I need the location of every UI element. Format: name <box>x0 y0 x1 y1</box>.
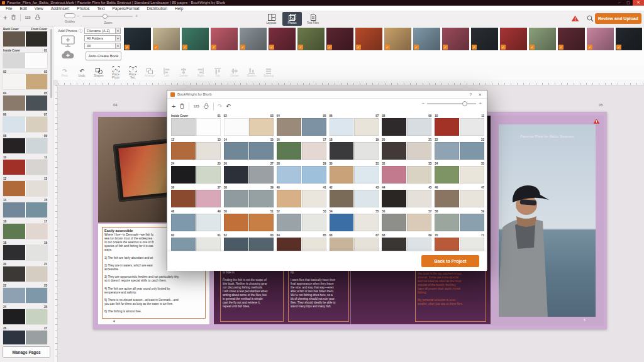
overview-spread[interactable]: 3839 <box>224 185 274 207</box>
page-thumbnail[interactable] <box>460 214 484 231</box>
overview-spread-thumbnail[interactable] <box>435 238 484 251</box>
page-thumbnail[interactable] <box>302 214 326 231</box>
overview-spread[interactable]: 2829 <box>277 162 326 184</box>
overview-spread-thumbnail[interactable] <box>435 118 484 136</box>
menu-add-insert[interactable]: Add/Insert <box>47 6 74 11</box>
sidebar-scrollbar[interactable] <box>50 29 52 98</box>
photo-thumbnail[interactable]: ✓ <box>442 28 469 50</box>
overview-spread-thumbnail[interactable] <box>435 190 484 207</box>
page-thumbnail[interactable] <box>196 166 221 184</box>
photo-thumbnail[interactable]: ✓ <box>124 28 151 50</box>
dialog-titlebar[interactable]: BookWright by Blurb ? ✕ <box>167 90 487 99</box>
overview-spread-thumbnail[interactable] <box>382 190 431 207</box>
spacing-button[interactable]: Spacing <box>262 67 275 77</box>
overview-spread-thumbnail[interactable] <box>171 166 221 184</box>
page-thumbnail[interactable] <box>171 214 196 231</box>
page-thumbnail[interactable] <box>26 224 48 239</box>
overview-spread[interactable]: 2021 <box>382 138 431 160</box>
spread-thumbnail[interactable] <box>3 117 47 132</box>
overview-spread[interactable]: 0809 <box>382 114 431 136</box>
arrange-button[interactable]: Arrange <box>143 67 156 77</box>
page-thumbnail[interactable] <box>3 288 25 303</box>
info-icon[interactable]: ⓘ <box>79 29 82 33</box>
page-thumbnail[interactable] <box>382 142 406 160</box>
menu-edit[interactable]: Edit <box>16 6 30 11</box>
overview-spread[interactable]: 4445 <box>382 185 431 207</box>
overview-spread-thumbnail[interactable] <box>224 142 274 160</box>
sidebar-spread[interactable]: 1617 <box>3 220 47 239</box>
overview-spread[interactable]: 4647 <box>435 185 484 207</box>
page-thumbnail[interactable] <box>171 166 196 184</box>
sidebar-spread[interactable]: 0405 <box>3 92 47 111</box>
overview-spread-thumbnail[interactable] <box>277 214 326 231</box>
sidebar-spread[interactable]: 2425 <box>3 305 47 324</box>
photo-thumbnail[interactable]: ✓ <box>558 28 585 50</box>
photo-thumbnail[interactable]: ✓ <box>616 28 642 50</box>
page-thumbnail[interactable] <box>302 190 326 207</box>
page-thumbnail[interactable] <box>26 53 48 68</box>
page-thumbnail[interactable] <box>277 238 301 251</box>
overview-spread[interactable]: 1213 <box>171 138 221 160</box>
overview-spread[interactable]: 6263 <box>224 233 274 251</box>
overview-spread[interactable]: 3031 <box>330 162 379 184</box>
overview-spread[interactable]: 1617 <box>277 138 326 160</box>
page-thumbnail[interactable] <box>407 214 431 231</box>
page-thumbnail[interactable] <box>302 166 326 184</box>
page-thumbnail[interactable] <box>196 190 221 207</box>
fisherman-photo[interactable]: Favorite Flies for Baltic Seatrout <box>499 124 596 317</box>
page-thumbnail[interactable] <box>3 266 25 282</box>
menu-distribution[interactable]: Distribution <box>143 6 171 11</box>
tab-photos[interactable]: Photos <box>282 12 302 26</box>
page-thumbnail[interactable] <box>224 166 248 184</box>
overview-spread-thumbnail[interactable] <box>171 142 221 160</box>
spread-thumbnail[interactable] <box>3 245 47 260</box>
sidebar-spread[interactable]: 2223 <box>3 284 47 303</box>
spellcheck-duck-icon[interactable] <box>35 14 41 21</box>
page5-warning-icon[interactable] <box>593 118 600 124</box>
spread-thumbnail[interactable] <box>3 331 47 344</box>
page-thumbnail[interactable] <box>3 160 25 175</box>
spread-thumbnail[interactable] <box>3 288 47 303</box>
overview-spread[interactable]: Inside Cover01 <box>171 114 221 136</box>
sidebar-spread[interactable]: 1819 <box>3 241 47 260</box>
photo-thumbnail[interactable]: ✓ <box>384 28 411 50</box>
dialog-zoom-knob[interactable] <box>462 101 467 106</box>
overview-spread[interactable]: 6667 <box>330 233 379 251</box>
overview-spread[interactable]: 5253 <box>277 209 326 231</box>
page-thumbnail[interactable] <box>330 214 354 231</box>
overview-spread-thumbnail[interactable] <box>224 118 274 136</box>
shapes-button[interactable]: Shapes <box>92 67 105 77</box>
overview-spread-thumbnail[interactable] <box>330 166 379 184</box>
add-page-icon[interactable]: + <box>3 14 7 21</box>
overview-spread-thumbnail[interactable] <box>330 118 379 136</box>
page-thumbnail[interactable] <box>330 238 354 251</box>
overview-spread-thumbnail[interactable] <box>435 142 484 160</box>
page-thumbnail[interactable] <box>26 160 48 175</box>
overview-spread[interactable]: 5657 <box>382 209 431 231</box>
overview-spread[interactable]: 1011 <box>435 114 484 136</box>
page-thumbnail[interactable] <box>330 142 354 160</box>
photo-thumbnail[interactable]: ✓ <box>500 28 527 50</box>
page-thumbnail[interactable] <box>3 245 25 260</box>
overview-spread-thumbnail[interactable] <box>330 190 379 207</box>
photo-thumbnail[interactable]: ✓ <box>413 28 440 50</box>
page-thumbnail[interactable] <box>196 214 221 231</box>
align-top-button[interactable]: Top <box>211 67 224 77</box>
overview-spread[interactable]: 4243 <box>330 185 379 207</box>
dialog-help-button[interactable]: ? <box>469 90 472 99</box>
page-thumbnail[interactable] <box>171 118 196 136</box>
overview-spread-thumbnail[interactable] <box>224 214 274 231</box>
page-thumbnail[interactable] <box>382 166 406 184</box>
overview-spread-thumbnail[interactable] <box>435 166 484 184</box>
sidebar-spread[interactable]: 0203 <box>3 70 47 89</box>
tab-text-files[interactable]: Text Files <box>303 12 323 26</box>
page-thumbnail[interactable] <box>171 142 196 160</box>
page-thumbnail[interactable] <box>330 190 354 207</box>
back-to-project-button[interactable]: Back to Project <box>421 255 479 267</box>
page-thumbnail[interactable] <box>354 118 379 136</box>
zoom-slider-knob[interactable] <box>103 14 108 19</box>
overview-spread[interactable]: 7071 <box>435 233 484 251</box>
spread-thumbnail[interactable] <box>3 181 47 196</box>
page-thumbnail[interactable] <box>249 190 274 207</box>
maximize-button[interactable]: ▢ <box>624 0 633 6</box>
